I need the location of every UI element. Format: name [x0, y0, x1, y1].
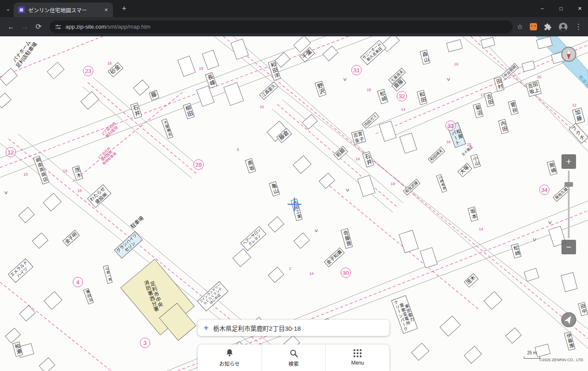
lot-number: 12	[572, 103, 576, 107]
lot-number: 2	[289, 266, 291, 271]
forward-button[interactable]: →	[18, 20, 32, 34]
window-minimize-button[interactable]: –	[539, 6, 545, 12]
entrance-chevron-marker: ∨	[547, 220, 552, 225]
tab-title: ゼンリン住宅地図スマー	[28, 6, 99, 14]
entrance-chevron-marker: ∨	[314, 228, 319, 233]
lot-number: 15	[199, 66, 203, 71]
tab-favicon-map-icon: ▦	[18, 6, 25, 13]
scale-bar	[524, 356, 540, 359]
lot-number: 16	[537, 75, 541, 79]
circled-number: 31	[351, 65, 362, 75]
window-maximize-button[interactable]: □	[558, 6, 564, 12]
browser-toolbar: ← → ⟳ app.zip-site.com/smt/app/map.htm ☆…	[0, 17, 588, 36]
circled-number: 3	[140, 338, 150, 348]
bottom-toolbar: お知らせ 検索 Menu	[198, 344, 389, 371]
search-address-value: 栃木県足利市葉鹿町2丁目30-18	[213, 324, 301, 333]
circled-number: 29	[193, 159, 204, 170]
back-button[interactable]: ←	[4, 20, 18, 34]
lot-number: 16	[446, 140, 451, 144]
circled-number: 30	[341, 268, 351, 278]
browser-menu-icon[interactable]: ⋮	[575, 22, 582, 31]
circled-number: 34	[539, 185, 549, 195]
zoom-in-button[interactable]: +	[561, 154, 576, 169]
zoom-out-button[interactable]: −	[561, 240, 576, 254]
notifications-button[interactable]: お知らせ	[198, 344, 261, 371]
extensions-puzzle-icon[interactable]	[544, 23, 552, 31]
lot-number: 19	[391, 182, 395, 186]
map-copyright: ©2025 ZENRIN CO., LTD.	[539, 358, 584, 362]
entrance-chevron-marker: ∨	[446, 77, 451, 82]
entrance-chevron-marker: ∨	[342, 77, 347, 82]
zoom-slider-track[interactable]	[568, 171, 570, 238]
circled-number: 12	[6, 147, 16, 157]
scale-label: 25 m	[523, 350, 541, 355]
menu-button[interactable]: Menu	[325, 344, 389, 371]
locate-button[interactable]	[561, 312, 576, 327]
url-text: app.zip-site.com/smt/app/map.htm	[65, 24, 151, 30]
lot-number: 6	[237, 147, 239, 152]
entrance-chevron-marker: ∨	[532, 237, 537, 242]
circled-number: 4	[73, 277, 83, 287]
bell-icon	[224, 348, 235, 359]
reload-button[interactable]: ⟳	[32, 20, 45, 34]
profile-avatar[interactable]	[558, 22, 568, 32]
entrance-chevron-marker: ∨	[345, 187, 350, 193]
tab-close-icon[interactable]: ✕	[103, 7, 110, 13]
lot-number: 13	[63, 169, 67, 173]
browser-titlebar: ⌄ ▦ ゼンリン住宅地図スマー ✕ + – □ ✕	[0, 0, 588, 17]
lot-number: 14	[401, 107, 405, 112]
lot-number: 16	[454, 62, 458, 66]
lot-number: 16	[367, 88, 371, 92]
circled-number: 23	[83, 66, 93, 76]
lot-number: 10	[24, 172, 28, 177]
entrance-chevron-marker: ∨	[3, 190, 9, 195]
search-icon	[288, 348, 299, 359]
compass-button[interactable]	[561, 47, 576, 62]
plus-icon: +	[204, 323, 208, 333]
menu-label: Menu	[351, 360, 364, 366]
lot-number: 16	[107, 61, 112, 65]
lot-number: 14	[479, 227, 483, 231]
menu-grid-icon	[352, 348, 363, 359]
extension-icon[interactable]	[530, 23, 537, 30]
browser-tab[interactable]: ▦ ゼンリン住宅地図スマー ✕	[14, 3, 113, 17]
window-close-button[interactable]: ✕	[577, 6, 583, 12]
site-info-icon[interactable]	[55, 24, 62, 30]
notifications-label: お知らせ	[219, 360, 240, 367]
search-label: 検索	[288, 360, 299, 367]
search-button[interactable]: 検索	[261, 344, 326, 371]
lot-number: 14	[356, 157, 360, 161]
new-tab-button[interactable]: +	[118, 3, 130, 15]
circled-number: 33	[445, 121, 456, 131]
lot-number: 14	[309, 271, 314, 276]
lot-number: 18	[77, 188, 82, 193]
map-canvas[interactable]: パナホーム 足利店駐車場砂金長峰千葉和田洋江森富久野沢サニーホーム 新久名美荘森…	[0, 36, 588, 371]
circled-number: 32	[397, 91, 407, 101]
map-center-crosshair	[286, 196, 303, 213]
lot-number: 10	[260, 105, 264, 109]
address-bar[interactable]: app.zip-site.com/smt/app/map.htm	[50, 21, 513, 33]
bookmark-star-icon[interactable]: ☆	[517, 23, 523, 31]
address-search-box[interactable]: + 栃木県足利市葉鹿町2丁目30-18	[198, 320, 389, 336]
zoom-slider-handle[interactable]	[564, 182, 573, 187]
tab-search-chevron-icon[interactable]: ⌄	[3, 3, 14, 14]
